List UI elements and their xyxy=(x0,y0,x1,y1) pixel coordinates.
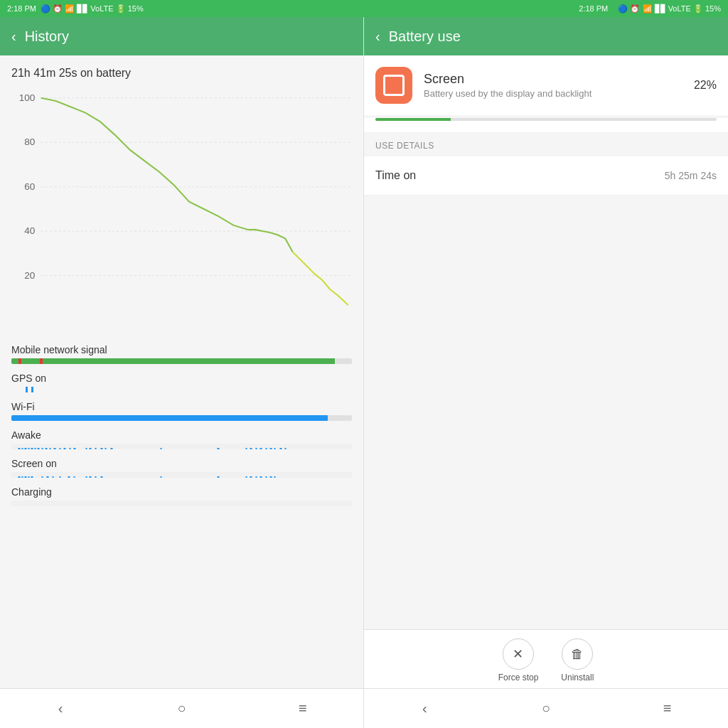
svg-rect-20 xyxy=(54,448,56,449)
awake-bar xyxy=(11,444,352,449)
svg-rect-21 xyxy=(60,448,61,449)
force-stop-button[interactable]: ✕ Force stop xyxy=(498,638,539,682)
charging-section: Charging xyxy=(11,486,352,506)
status-icons-left: 🔵 ⏰ 📶 ▊▊ VoLTE 🔋 15% xyxy=(41,4,144,14)
uninstall-icon-circle: 🗑 xyxy=(562,638,593,670)
nav-menu-icon-left: ≡ xyxy=(299,700,307,717)
usage-bar-bg xyxy=(375,118,717,121)
left-title: History xyxy=(25,28,69,45)
wifi-section: Wi-Fi xyxy=(11,401,352,421)
spacer xyxy=(364,196,728,688)
svg-rect-52 xyxy=(74,476,75,478)
wifi-label: Wi-Fi xyxy=(11,401,352,412)
svg-rect-10 xyxy=(18,448,21,449)
right-title: Battery use xyxy=(389,28,461,45)
left-back-icon[interactable]: ‹ xyxy=(11,28,16,45)
usage-bar-row xyxy=(364,118,728,132)
screen-on-section: Screen on xyxy=(11,458,352,478)
use-details-header: USE DETAILS xyxy=(364,132,728,156)
nav-back-left[interactable]: ‹ xyxy=(46,695,75,723)
bottom-action-bar: ✕ Force stop 🗑 Uninstall xyxy=(364,629,728,688)
svg-rect-19 xyxy=(50,448,51,449)
svg-rect-45 xyxy=(28,476,30,478)
uninstall-label: Uninstall xyxy=(561,673,594,682)
svg-rect-48 xyxy=(47,476,49,478)
uninstall-button[interactable]: 🗑 Uninstall xyxy=(561,638,594,682)
svg-rect-22 xyxy=(64,448,66,449)
svg-rect-56 xyxy=(101,476,103,478)
svg-rect-37 xyxy=(266,448,267,449)
main-panels: ‹ History 21h 41m 25s on battery 100 80 xyxy=(0,17,728,728)
svg-rect-42 xyxy=(18,476,21,478)
svg-rect-65 xyxy=(274,476,276,478)
svg-rect-54 xyxy=(90,476,92,478)
svg-rect-35 xyxy=(256,448,257,449)
svg-rect-41 xyxy=(285,448,287,449)
svg-rect-17 xyxy=(42,448,43,449)
charging-label: Charging xyxy=(11,486,352,498)
svg-rect-57 xyxy=(161,476,162,478)
svg-rect-13 xyxy=(28,448,30,449)
right-header: ‹ Battery use xyxy=(364,17,728,55)
detail-row-time-on: Time on 5h 25m 24s xyxy=(364,156,728,196)
svg-rect-30 xyxy=(111,448,113,449)
status-time-right: 2:18 PM xyxy=(579,4,608,13)
svg-rect-50 xyxy=(60,476,61,478)
svg-rect-32 xyxy=(218,448,220,449)
svg-rect-34 xyxy=(250,448,252,449)
svg-rect-59 xyxy=(246,476,247,478)
nav-back-icon-left: ‹ xyxy=(58,700,63,717)
gps-bar xyxy=(11,387,352,392)
battery-duration: 21h 41m 25s on battery xyxy=(11,67,352,80)
detail-label-time-on: Time on xyxy=(375,169,416,182)
svg-rect-64 xyxy=(270,476,272,478)
status-bar-right: 2:18 PM 🔵 ⏰ 📶 ▊▊ VoLTE 🔋 15% xyxy=(364,0,728,17)
gps-tick-2 xyxy=(31,387,33,392)
force-stop-label: Force stop xyxy=(498,673,539,682)
svg-rect-60 xyxy=(250,476,252,478)
bottom-nav-right: ‹ ○ ≡ xyxy=(364,688,728,728)
svg-rect-38 xyxy=(270,448,272,449)
svg-rect-39 xyxy=(274,448,276,449)
nav-home-icon-right: ○ xyxy=(542,700,550,717)
svg-text:60: 60 xyxy=(24,181,35,192)
svg-rect-24 xyxy=(74,448,76,449)
gps-label: GPS on xyxy=(11,373,352,384)
mobile-network-section: Mobile network signal xyxy=(11,344,352,364)
charging-bar xyxy=(11,500,352,506)
svg-rect-31 xyxy=(161,448,162,449)
panel-left: ‹ History 21h 41m 25s on battery 100 80 xyxy=(0,17,364,728)
nav-home-left[interactable]: ○ xyxy=(167,695,196,723)
svg-rect-46 xyxy=(31,476,33,478)
nav-back-icon-right: ‹ xyxy=(422,700,427,717)
svg-rect-63 xyxy=(266,476,267,478)
app-icon-display xyxy=(383,75,405,96)
status-icons-right: 🔵 ⏰ 📶 ▊▊ VoLTE 🔋 15% xyxy=(618,4,721,14)
svg-rect-51 xyxy=(68,476,70,478)
chart-svg: 100 80 60 40 20 xyxy=(11,88,352,330)
battery-chart: 100 80 60 40 20 xyxy=(11,88,352,330)
status-time-left: 2:18 PM xyxy=(7,4,36,13)
svg-rect-14 xyxy=(31,448,33,449)
right-back-icon[interactable]: ‹ xyxy=(375,28,380,45)
status-bar-left: 2:18 PM 🔵 ⏰ 📶 ▊▊ VoLTE 🔋 15% xyxy=(0,0,364,17)
svg-rect-18 xyxy=(46,448,48,449)
svg-text:20: 20 xyxy=(24,270,35,281)
svg-rect-53 xyxy=(86,476,87,478)
app-info-card: Screen Battery used by the display and b… xyxy=(364,55,728,115)
app-info-text: Screen Battery used by the display and b… xyxy=(424,72,682,99)
awake-label: Awake xyxy=(11,429,352,441)
nav-menu-left[interactable]: ≡ xyxy=(289,695,317,723)
svg-rect-11 xyxy=(22,448,23,449)
svg-rect-47 xyxy=(42,476,43,478)
svg-rect-40 xyxy=(280,448,282,449)
svg-rect-55 xyxy=(95,476,97,478)
force-stop-icon-circle: ✕ xyxy=(503,638,534,670)
svg-rect-36 xyxy=(260,448,262,449)
nav-back-right[interactable]: ‹ xyxy=(410,695,439,723)
nav-home-icon-left: ○ xyxy=(177,700,186,717)
nav-menu-right[interactable]: ≡ xyxy=(653,695,682,723)
detail-value-time-on: 5h 25m 24s xyxy=(665,170,717,181)
force-stop-icon: ✕ xyxy=(513,646,523,662)
nav-home-right[interactable]: ○ xyxy=(532,695,560,723)
